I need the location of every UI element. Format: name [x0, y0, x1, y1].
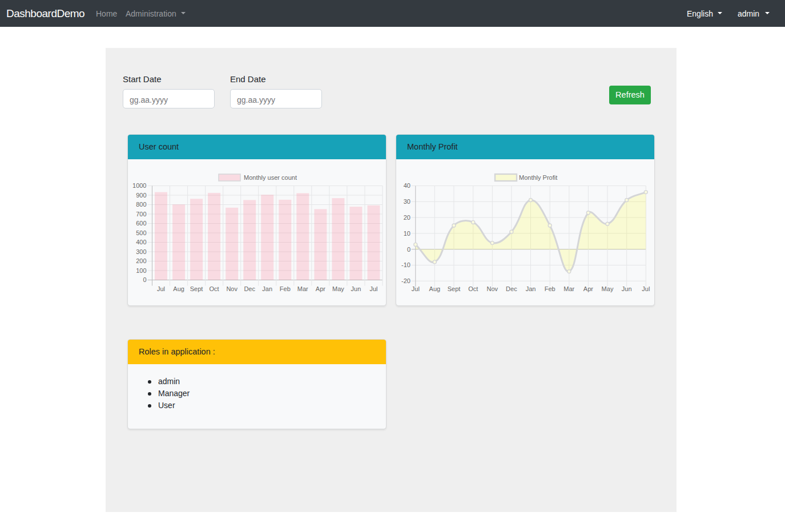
svg-text:Sept: Sept	[190, 285, 203, 292]
svg-text:500: 500	[136, 229, 146, 236]
svg-text:-20: -20	[401, 277, 410, 284]
svg-text:Aug: Aug	[173, 285, 184, 292]
svg-text:Oct: Oct	[468, 285, 478, 292]
svg-text:Jun: Jun	[351, 285, 361, 292]
svg-text:600: 600	[136, 220, 146, 227]
svg-text:Aug: Aug	[429, 285, 441, 292]
svg-text:Jan: Jan	[262, 285, 272, 292]
svg-text:Jan: Jan	[526, 285, 536, 292]
svg-text:Jul: Jul	[369, 285, 377, 292]
svg-text:800: 800	[136, 201, 146, 208]
svg-text:Dec: Dec	[506, 285, 517, 292]
svg-text:20: 20	[404, 214, 410, 221]
svg-text:Feb: Feb	[280, 285, 291, 292]
svg-text:200: 200	[136, 257, 146, 264]
svg-text:Jul: Jul	[157, 285, 165, 292]
svg-text:400: 400	[136, 239, 146, 245]
svg-text:Feb: Feb	[545, 285, 555, 292]
svg-text:May: May	[602, 285, 614, 292]
svg-text:Nov: Nov	[226, 285, 237, 292]
svg-text:10: 10	[404, 229, 410, 236]
svg-text:Monthly Profit: Monthly Profit	[519, 174, 557, 181]
svg-text:May: May	[332, 285, 344, 292]
svg-text:Oct: Oct	[210, 285, 219, 292]
svg-text:Mar: Mar	[297, 285, 308, 292]
svg-text:1000: 1000	[132, 182, 146, 189]
svg-text:Apr: Apr	[316, 285, 325, 292]
svg-text:Monthly user count: Monthly user count	[244, 174, 297, 181]
svg-text:Mar: Mar	[563, 285, 574, 292]
svg-text:Jun: Jun	[622, 285, 632, 292]
svg-text:Jul: Jul	[642, 285, 650, 292]
svg-text:Sept: Sept	[448, 285, 461, 292]
svg-text:100: 100	[136, 267, 146, 273]
svg-text:-10: -10	[401, 261, 410, 268]
svg-text:40: 40	[404, 182, 410, 189]
svg-text:0: 0	[143, 276, 146, 283]
svg-text:30: 30	[404, 198, 410, 205]
svg-text:700: 700	[136, 210, 146, 217]
svg-text:Nov: Nov	[487, 285, 498, 292]
svg-text:900: 900	[136, 191, 146, 198]
svg-text:0: 0	[407, 245, 410, 252]
svg-text:Apr: Apr	[583, 285, 593, 292]
svg-text:300: 300	[136, 248, 146, 255]
svg-text:Jul: Jul	[412, 285, 420, 292]
svg-text:Dec: Dec	[244, 285, 255, 292]
